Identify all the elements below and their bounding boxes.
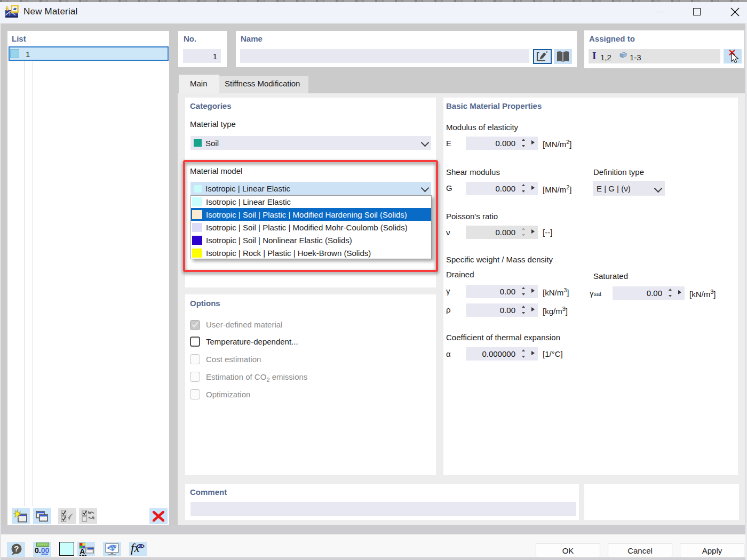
svg-text:?: ? [14, 544, 19, 553]
svg-text:6: 6 [6, 5, 9, 12]
svg-text:A: A [80, 547, 85, 556]
svg-text:0.00: 0.00 [35, 546, 49, 555]
